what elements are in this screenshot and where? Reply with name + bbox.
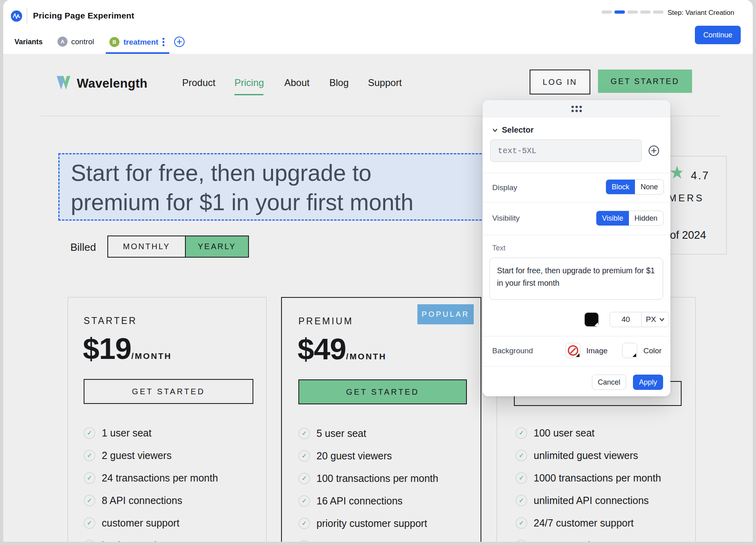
feature-row: ✓advanced reporting	[298, 540, 438, 542]
feature-row: ✓24 transactions per month	[84, 472, 218, 484]
plan-cta-button[interactable]: GET STARTED	[84, 379, 253, 404]
login-button[interactable]: LOG IN	[530, 70, 590, 94]
feature-row: ✓basic reporting	[84, 539, 218, 542]
check-icon: ✓	[298, 450, 310, 462]
check-icon: ✓	[516, 517, 527, 529]
variant-menu-icon[interactable]	[162, 37, 164, 47]
selected-headline-block[interactable]: Start for free, then upgrade to premium …	[58, 153, 511, 221]
check-icon: ✓	[84, 517, 95, 529]
billed-label: Billed	[70, 241, 96, 254]
element-editor-popup: Selector Display Block None Visibility V…	[483, 100, 670, 396]
nav-product[interactable]: Product	[182, 77, 216, 88]
plan-name: STARTER	[84, 316, 137, 326]
selector-input[interactable]	[490, 139, 642, 162]
chevron-down-icon[interactable]	[492, 127, 498, 133]
unit-dropdown[interactable]: PX	[641, 312, 669, 327]
font-size-input[interactable]	[610, 312, 641, 327]
feature-row: ✓priority customer support	[298, 517, 438, 529]
feature-row: ✓unlimited guest viewers	[516, 449, 661, 461]
plan-card-premium: PREMIUM POPULAR $49 /MONTH GET STARTED ✓…	[281, 297, 481, 542]
font-size-control: PX	[610, 312, 669, 327]
check-icon: ✓	[516, 472, 527, 484]
background-image-label: Image	[586, 346, 608, 355]
visibility-label: Visibility	[492, 214, 520, 223]
visibility-visible-option[interactable]: Visible	[596, 211, 629, 225]
check-icon: ✓	[298, 428, 310, 439]
check-icon: ✓	[516, 450, 527, 461]
site-brand: Wavelength	[77, 76, 148, 91]
continue-button[interactable]: Continue	[695, 26, 741, 44]
rating-score: 4.7	[691, 170, 710, 182]
apply-button[interactable]: Apply	[633, 375, 663, 390]
plan-card-starter: STARTER $19 /MONTH GET STARTED ✓1 user s…	[68, 297, 267, 542]
variant-a-name: control	[71, 37, 94, 46]
plan-period: /MONTH	[346, 352, 386, 361]
check-icon: ✓	[298, 518, 310, 529]
popup-drag-handle[interactable]	[483, 100, 670, 118]
add-selector-icon[interactable]	[648, 145, 659, 158]
text-value-textarea[interactable]: Start for free, then upgrade to premium …	[489, 258, 663, 300]
plan-cta-button[interactable]: GET STARTED	[298, 379, 467, 404]
plan-price: $49	[298, 332, 346, 366]
display-label: Display	[492, 183, 517, 192]
feature-row: ✓20 guest viewers	[298, 450, 438, 462]
feature-row: ✓5 user seat	[298, 427, 438, 439]
check-icon: ✓	[298, 540, 310, 542]
display-segment: Block None	[606, 179, 664, 195]
nav-support[interactable]: Support	[368, 77, 402, 88]
billing-toggle: MONTHLY YEARLY	[107, 236, 249, 258]
nav-blog[interactable]: Blog	[329, 77, 349, 88]
feature-row: ✓24/7 customer support	[516, 517, 661, 529]
experiment-title: Pricing Page Experiment	[33, 11, 134, 20]
variant-b-name: treatment	[123, 38, 158, 47]
visibility-hidden-option[interactable]: Hidden	[629, 211, 663, 225]
feature-row: ✓8 API connections	[84, 494, 218, 506]
display-block-option[interactable]: Block	[606, 180, 635, 194]
check-icon: ✓	[84, 427, 95, 439]
star-icon: ★	[669, 164, 685, 181]
billing-yearly-button[interactable]: YEARLY	[185, 236, 248, 257]
rating-caption-fragment: MERS	[668, 193, 704, 204]
display-none-option[interactable]: None	[635, 180, 664, 194]
tab-variant-treatment[interactable]: B treatment	[109, 37, 164, 47]
nav-get-started-button[interactable]: GET STARTED	[598, 70, 692, 93]
site-logo[interactable]: Wavelength	[54, 74, 148, 93]
progress-step-5	[653, 10, 664, 14]
chrome-divider	[27, 8, 27, 24]
nav-pricing[interactable]: Pricing	[234, 77, 264, 88]
headline-line2: premium for $1 in your first month	[71, 188, 413, 217]
popular-badge: POPULAR	[417, 304, 474, 324]
app-logo	[11, 10, 22, 23]
feature-row: ✓100 user seat	[516, 427, 661, 439]
progress-step-4	[640, 10, 651, 14]
background-color-label: Color	[643, 346, 662, 355]
progress-step-2	[614, 10, 625, 14]
plan-name: PREMIUM	[298, 316, 353, 327]
nav-about[interactable]: About	[284, 77, 310, 88]
feature-row: ✓1000 transactions per month	[516, 472, 661, 484]
variants-label: Variants	[14, 38, 43, 46]
cancel-button[interactable]: Cancel	[592, 375, 626, 390]
check-icon: ✓	[84, 472, 95, 484]
wavelength-logo-icon	[54, 74, 73, 93]
check-icon: ✓	[298, 473, 310, 484]
background-color-button[interactable]	[622, 343, 637, 358]
background-label: Background	[492, 346, 533, 355]
feature-row: ✓unlimited API connections	[516, 494, 661, 506]
selector-section-title: Selector	[502, 125, 534, 135]
background-image-button[interactable]	[565, 343, 581, 358]
chevron-down-icon	[659, 317, 665, 322]
billing-monthly-button[interactable]: MONTHLY	[108, 236, 185, 257]
feature-row: ✓super reporting	[516, 539, 661, 542]
app-window: Wavelength Product Pricing About Blog Su…	[3, 0, 753, 542]
tab-variant-control[interactable]: A control	[58, 37, 94, 47]
feature-row: ✓1 user seat	[84, 427, 218, 439]
nav-pricing-underline	[234, 94, 263, 95]
active-tab-underline	[106, 52, 169, 54]
check-icon: ✓	[516, 495, 527, 506]
plan-period: /MONTH	[131, 351, 172, 361]
check-icon: ✓	[84, 540, 95, 542]
add-variant-button[interactable]	[174, 36, 185, 49]
text-color-swatch[interactable]	[584, 312, 599, 327]
headline-line1: Start for free, then upgrade to	[71, 158, 413, 188]
